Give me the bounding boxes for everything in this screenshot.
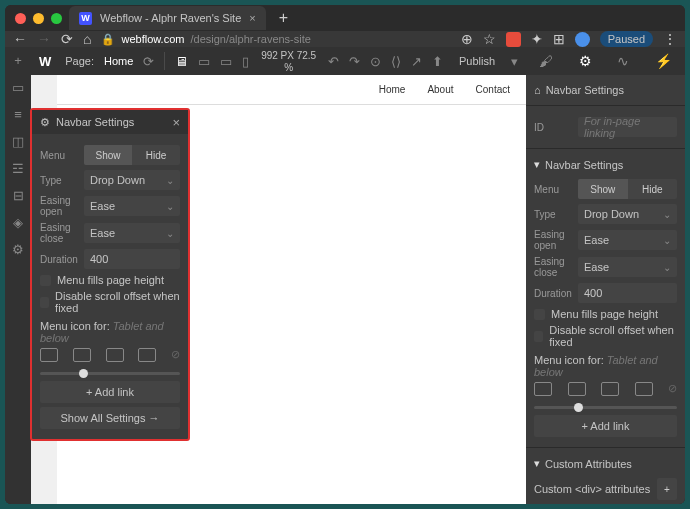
add-link-button[interactable]: + Add link bbox=[534, 415, 677, 437]
floating-title: Navbar Settings bbox=[56, 116, 134, 128]
f-chk-fills-height[interactable]: Menu fills page height bbox=[40, 274, 180, 286]
code-icon[interactable]: ⟨⟩ bbox=[391, 54, 401, 69]
breakpoint-slider[interactable] bbox=[534, 406, 677, 409]
minimize-window[interactable] bbox=[33, 13, 44, 24]
device-mobile-l[interactable] bbox=[601, 382, 619, 396]
device-desktop[interactable] bbox=[534, 382, 552, 396]
assets-icon[interactable]: ◈ bbox=[13, 215, 23, 230]
duration-input[interactable]: 400 bbox=[578, 283, 677, 303]
close-window[interactable] bbox=[15, 13, 26, 24]
device-row: ⊘ bbox=[534, 378, 677, 400]
add-icon[interactable]: + bbox=[14, 53, 22, 68]
f-no-device-icon[interactable]: ⊘ bbox=[171, 348, 180, 362]
no-device-icon[interactable]: ⊘ bbox=[668, 382, 677, 396]
browser-tab[interactable]: W Webflow - Alphr Raven's Site × bbox=[69, 5, 266, 31]
section-navbar-settings[interactable]: ▾ Navbar Settings bbox=[534, 155, 677, 174]
page-label: Page: bbox=[65, 55, 94, 67]
f-menu-toggle[interactable]: ShowHide bbox=[84, 145, 180, 165]
menu-toggle[interactable]: ShowHide bbox=[578, 179, 677, 199]
f-easing-open-label: Easing open bbox=[40, 195, 78, 217]
tab-interact-icon[interactable]: ∿ bbox=[617, 53, 629, 69]
home-icon[interactable]: ⌂ bbox=[83, 31, 91, 47]
f-device-tablet[interactable] bbox=[73, 348, 91, 362]
f-device-desktop[interactable] bbox=[40, 348, 58, 362]
url-bar[interactable]: 🔒 webflow.com/design/alphr-ravens-site bbox=[101, 33, 450, 46]
paused-badge[interactable]: Paused bbox=[600, 31, 653, 47]
left-toolbar: + ▭ ≡ ◫ ☲ ⊟ ◈ ⚙ ▷ ? 💬 👥 bbox=[5, 47, 31, 504]
device-mobile-l-icon[interactable]: ▭ bbox=[220, 54, 232, 69]
f-chk-disable-scroll[interactable]: Disable scroll offset when fixed bbox=[40, 290, 180, 314]
f-duration-label: Duration bbox=[40, 254, 78, 265]
back-icon[interactable]: ← bbox=[13, 31, 27, 47]
tab-settings-icon[interactable]: ⚙ bbox=[579, 53, 592, 69]
f-device-mobile-l[interactable] bbox=[106, 348, 124, 362]
close-tab-icon[interactable]: × bbox=[249, 12, 255, 24]
install-icon[interactable]: ⊕ bbox=[461, 31, 473, 47]
device-mobile[interactable] bbox=[635, 382, 653, 396]
f-easing-open-select[interactable]: Ease bbox=[84, 196, 180, 216]
floating-navbar-settings: ⚙ Navbar Settings × MenuShowHide TypeDro… bbox=[30, 108, 190, 441]
id-input[interactable]: For in-page linking bbox=[578, 117, 677, 137]
easing-close-select[interactable]: Ease bbox=[578, 257, 677, 277]
extensions-icon[interactable]: ✦ bbox=[531, 31, 543, 47]
preview-icon[interactable]: ⊙ bbox=[370, 54, 381, 69]
profile-icon[interactable] bbox=[575, 32, 590, 47]
ecom-icon[interactable]: ⊟ bbox=[13, 188, 24, 203]
maximize-window[interactable] bbox=[51, 13, 62, 24]
share-icon[interactable]: ⬆ bbox=[432, 54, 443, 69]
f-easing-close-select[interactable]: Ease bbox=[84, 223, 180, 243]
f-type-select[interactable]: Drop Down bbox=[84, 170, 180, 190]
f-add-link-button[interactable]: + Add link bbox=[40, 381, 180, 403]
settings-icon[interactable]: ⚙ bbox=[12, 242, 24, 257]
device-tablet-icon[interactable]: ▭ bbox=[198, 54, 210, 69]
nav-home[interactable]: Home bbox=[379, 84, 406, 95]
star-icon[interactable]: ☆ bbox=[483, 31, 496, 47]
chk-fills-height[interactable]: Menu fills page height bbox=[534, 308, 677, 320]
extension-icon-1[interactable] bbox=[506, 32, 521, 47]
f-show-all-button[interactable]: Show All Settings → bbox=[40, 407, 180, 429]
nav-about[interactable]: About bbox=[427, 84, 453, 95]
device-desktop-icon[interactable]: 🖥 bbox=[175, 54, 188, 69]
export-icon[interactable]: ↗ bbox=[411, 54, 422, 69]
menu-icon-label: Menu icon for: bbox=[534, 354, 604, 366]
publish-button[interactable]: Publish bbox=[453, 55, 501, 67]
section-custom-attr[interactable]: ▾ Custom Attributes bbox=[534, 454, 677, 473]
designer-topbar: W Page: Home ⟳ 🖥 ▭ ▭ ▯ 992 PX 72.5 % ↶ ↷… bbox=[31, 47, 526, 75]
chk-disable-scroll[interactable]: Disable scroll offset when fixed bbox=[534, 324, 677, 348]
components-icon[interactable]: ◫ bbox=[12, 134, 24, 149]
f-breakpoint-slider[interactable] bbox=[40, 372, 180, 375]
easing-open-select[interactable]: Ease bbox=[578, 230, 677, 250]
chevron-down-icon[interactable]: ▾ bbox=[511, 54, 518, 69]
pages-icon[interactable]: ▭ bbox=[12, 80, 24, 95]
easing-open-label: Easing open bbox=[534, 229, 572, 251]
device-tablet[interactable] bbox=[568, 382, 586, 396]
lock-icon: 🔒 bbox=[101, 33, 115, 46]
webflow-logo[interactable]: W bbox=[39, 54, 51, 69]
f-menu-label: Menu bbox=[40, 150, 78, 161]
device-mobile-icon[interactable]: ▯ bbox=[242, 54, 249, 69]
page-name[interactable]: Home bbox=[104, 55, 133, 67]
menu-icon[interactable]: ⋮ bbox=[663, 31, 677, 47]
undo-icon[interactable]: ↶ bbox=[328, 54, 339, 69]
page-navbar[interactable]: Home About Contact bbox=[57, 75, 526, 105]
tab-effects-icon[interactable]: ⚡ bbox=[655, 53, 672, 69]
cms-icon[interactable]: ☲ bbox=[12, 161, 24, 176]
type-select[interactable]: Drop Down bbox=[578, 204, 677, 224]
zoom-level[interactable]: 992 PX 72.5 % bbox=[261, 50, 316, 73]
refresh-icon[interactable]: ⟳ bbox=[143, 54, 154, 69]
f-device-mobile[interactable] bbox=[138, 348, 156, 362]
new-tab-icon[interactable]: + bbox=[279, 9, 288, 27]
right-panel: 🖌 ⚙ ∿ ⚡ ⌂Navbar Settings IDFor in-page l… bbox=[526, 47, 685, 504]
f-duration-input[interactable]: 400 bbox=[84, 249, 180, 269]
gear-icon: ⚙ bbox=[40, 116, 50, 129]
nav-contact[interactable]: Contact bbox=[476, 84, 510, 95]
redo-icon[interactable]: ↷ bbox=[349, 54, 360, 69]
addressbar: ← → ⟳ ⌂ 🔒 webflow.com/design/alphr-raven… bbox=[5, 31, 685, 47]
reload-icon[interactable]: ⟳ bbox=[61, 31, 73, 47]
layers-icon[interactable]: ≡ bbox=[14, 107, 22, 122]
type-label: Type bbox=[534, 209, 572, 220]
add-attr-button[interactable]: + bbox=[657, 478, 677, 500]
close-icon[interactable]: × bbox=[172, 115, 180, 130]
tab-style-icon[interactable]: 🖌 bbox=[539, 53, 553, 69]
apps-icon[interactable]: ⊞ bbox=[553, 31, 565, 47]
